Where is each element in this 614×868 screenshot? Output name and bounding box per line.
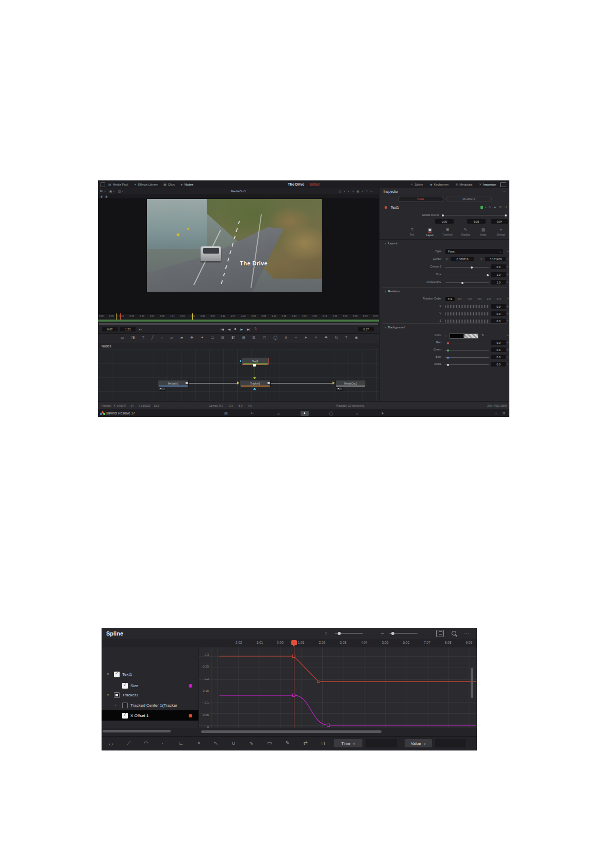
spline-vertical-scrollbar[interactable] [471,668,473,698]
horizontal-zoom-slider[interactable] [389,633,418,634]
effect-tool-icon[interactable]: ◯ [273,336,277,340]
spline-tool-icon[interactable]: ⌐ [162,740,165,746]
global-in-value[interactable]: 0:00 [435,219,454,224]
tree-checkbox[interactable] [114,692,120,698]
spline-tree-row[interactable]: Size [102,680,198,691]
spline-curves[interactable] [211,647,477,728]
effect-tool-icon[interactable]: ✦ [201,336,204,340]
effect-tool-icon[interactable]: ⊠ [253,336,256,340]
tool-category-tab[interactable]: ▣ Layout [421,226,439,239]
playback-button[interactable]: |◀ [221,327,224,331]
effect-tool-icon[interactable]: T [345,336,347,340]
spline-tool-icon[interactable]: ⟋ [127,740,130,746]
duration-box[interactable]: 1:23 [120,327,136,331]
node-header-icon[interactable]: ⧉ [489,206,491,209]
tool-category-tab[interactable]: ✎ Shading [457,226,475,239]
spline-time-ruler[interactable]: -2:02-1:010:001:012:023:034:045:056:067:… [102,639,477,648]
effect-tool-icon[interactable]: ◨ [131,336,135,340]
rotation-order-button[interactable]: ZYX [494,297,504,301]
time-dropdown[interactable]: Time∨ [334,739,362,747]
spline-tool-icon[interactable]: ◠ [144,740,148,746]
panel-toggle-button[interactable]: ▤ Media Pool [108,182,128,186]
viewer-option-icon[interactable]: ∨ [343,190,345,193]
app-bar-icon[interactable]: ⌂ [495,411,497,415]
page-icon[interactable]: ◯ [326,411,336,416]
playback-button[interactable]: ▶| [247,327,250,331]
spline-tree-row[interactable]: X Offset 1 [102,710,198,721]
fit-dropdown[interactable]: Fit ∨ [100,190,106,193]
center-y-field[interactable]: 0.121428 [485,257,506,261]
rotation-value-field[interactable]: 0.0 [491,304,506,309]
effect-tool-icon[interactable]: T [142,336,144,340]
audio-mute-icon[interactable]: ◄) [138,328,142,331]
effect-tool-icon[interactable]: ▱ [170,336,173,340]
render-time-box[interactable]: 0:17 [358,327,374,331]
panel-toggle-button[interactable]: ✦ Effects Library [134,182,158,186]
channel-dropdown[interactable]: ▣ ∨ [109,190,114,193]
chevron-right-icon[interactable]: › [445,334,446,337]
panel-toggle-button[interactable]: ◆ Keyframes [430,182,449,186]
playback-button[interactable]: ■ [235,327,237,331]
current-frame-box[interactable]: 0:07 [102,327,118,331]
keyframe-add-icon[interactable]: + [507,312,509,315]
viewer-option-icon[interactable]: ∨ [352,190,354,193]
spline-playhead[interactable] [291,640,297,728]
tree-checkbox[interactable] [114,672,120,677]
keyframe-add-icon[interactable]: + [507,319,509,322]
center-x-field[interactable]: 0.380816 [451,257,474,261]
panel-toggle-button[interactable]: ✕ Inspector [479,182,496,186]
inspector-tab[interactable]: Modifiers [446,196,492,202]
inspector-menu-icon[interactable]: ··· [503,190,506,193]
keyframe-value-input[interactable] [435,739,466,747]
tree-expander-icon[interactable]: ∨ [107,693,111,697]
rotation-order-button[interactable]: YXZ [465,297,474,301]
playback-button[interactable]: ▶ [240,327,243,331]
node-thumbnail-toggle[interactable] [336,387,343,391]
app-bar-icon[interactable]: ⚙ [502,411,505,415]
tree-checkbox[interactable] [122,703,128,708]
tree-expander-icon[interactable]: ∨ [107,672,111,676]
vertical-zoom-icon[interactable]: ↕ [325,630,327,636]
node-output-square[interactable] [253,364,256,366]
spline-tool-icon[interactable]: ∪ [232,740,236,746]
spline-tool-icon[interactable]: ✎ [286,740,290,746]
color-slider-track[interactable] [445,350,489,350]
buffer-toggle-icon[interactable]: ◧ [101,195,103,198]
page-icon[interactable]: ✦ [301,411,309,416]
panel-toggle-button[interactable]: ▦ Clips [163,182,175,186]
node-enable-dot[interactable] [385,206,387,209]
color-slider-track[interactable] [445,357,489,358]
rotation-thumbwheel[interactable] [445,305,489,308]
keyframe-add-icon[interactable]: + [507,249,509,253]
effect-tool-icon[interactable]: ◒ [161,336,163,340]
node-header-icon[interactable]: ➤ [494,206,496,209]
rotation-value-field[interactable]: 0.0 [491,319,506,323]
node-color-swatch[interactable] [480,206,483,209]
background-section-header[interactable]: ∨Background [385,326,405,329]
rotation-section-header[interactable]: ∨Rotation [385,290,400,293]
color-slider-track[interactable] [445,364,489,365]
effect-tool-icon[interactable]: ▢ [263,336,267,340]
page-icon[interactable]: ☰ [274,411,283,416]
keyframe-add-icon[interactable]: + [507,273,509,276]
node-mediaout1[interactable]: MediaOut1 [335,380,366,387]
playhead-pin[interactable] [291,640,297,645]
tree-expander-icon[interactable]: › [115,704,120,707]
rotation-order-button[interactable]: ZXY [485,297,494,301]
effect-tool-icon[interactable]: ⌁ [295,336,297,340]
spline-tool-icon[interactable]: ◡ [109,740,113,746]
slider-value-field[interactable]: 1.0 [491,280,506,285]
color-value-field[interactable]: 0.0 [491,355,506,359]
keyframe-add-icon[interactable]: + [507,355,509,358]
slider-track[interactable] [445,275,489,275]
spline-tool-icon[interactable]: × [197,740,201,746]
viewer-option-icon[interactable]: ▦ [357,190,359,193]
nodes-panel-menu-icon[interactable]: ··· [371,344,374,348]
spline-tree-row[interactable]: ∨ Tracker1 [102,690,198,700]
effect-tool-icon[interactable]: ◧ [231,336,235,340]
spline-tree-row[interactable]: › Tracked Center 1(Tracker [102,700,198,710]
node-mediain1[interactable]: MediaIn1 [158,380,189,387]
global-in-out-slider[interactable] [442,215,506,215]
effect-tool-icon[interactable]: ✚ [190,336,193,340]
tool-category-tab[interactable]: ⊞ Transform [439,226,457,239]
